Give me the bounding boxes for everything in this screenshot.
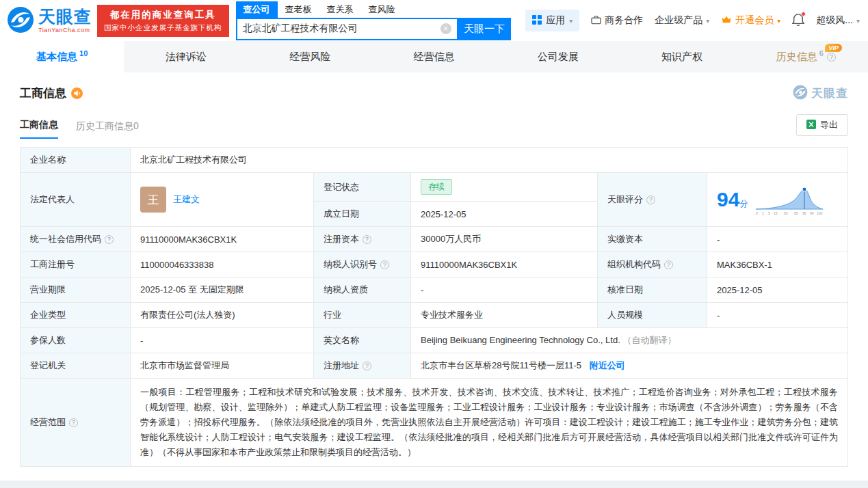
search-tab-company[interactable]: 查公司	[236, 1, 278, 18]
registration-info-table: 企业名称 北京北矿工程技术有限公司 法定代表人 王 王建文 登记状态 存续	[20, 147, 848, 467]
subtab-history-registration-info[interactable]: 历史工商信息0	[76, 120, 139, 139]
tab-legal-proceedings[interactable]: 法律诉讼	[124, 41, 248, 72]
legal-rep-link[interactable]: 王建文	[173, 193, 200, 206]
tab-company-development[interactable]: 公司发展	[496, 41, 620, 72]
business-info-card: 工商信息 天眼查 工商信息 历史工商信息0	[0, 72, 868, 480]
search-tab-boss[interactable]: 查老板	[278, 1, 319, 18]
svg-text:95: 95	[802, 211, 806, 215]
search-button[interactable]: 天眼一下	[458, 18, 511, 40]
help-icon[interactable]	[69, 418, 78, 427]
watermark-logo-icon	[793, 85, 808, 102]
chevron-down-icon	[569, 17, 573, 25]
help-icon[interactable]	[363, 235, 371, 244]
reg-number-label-text: 工商注册号	[30, 259, 75, 269]
business-scope-value: 一般项目：工程管理服务；工程和技术研究和试验发展；技术服务、技术开发、技术咨询、…	[131, 379, 848, 467]
reg-status-value: 存续	[411, 173, 598, 202]
tab-business-info[interactable]: 经营信息	[372, 41, 496, 72]
notifications-bell[interactable]	[792, 13, 804, 29]
table-row: 经营范围 一般项目：工程管理服务；工程和技术研究和试验发展；技术服务、技术开发、…	[21, 379, 848, 467]
registered-address-label: 注册地址	[314, 353, 411, 379]
tab-basic-info-label: 基本信息	[36, 51, 77, 64]
uscc-label-text: 统一社会信用代码	[30, 234, 101, 244]
enterprise-products-label: 企业级产品	[655, 14, 702, 27]
apps-menu[interactable]: 应用	[525, 10, 579, 31]
legal-rep-label: 法定代表人	[21, 173, 131, 227]
top-header: 天眼查 TianYanCha.com 都在用的商业查询工具 国家中小企业发展子基…	[0, 0, 868, 41]
section-title: 工商信息	[20, 85, 66, 101]
table-row: 登记机关 北京市市场监督管理局 注册地址 北京市丰台区草桥28号院11号楼一层1…	[21, 353, 848, 379]
help-icon[interactable]	[646, 195, 655, 204]
vip-badge: VIP	[825, 44, 842, 52]
tianyancha-logo-icon	[7, 6, 34, 36]
nearby-companies-link[interactable]: 附近公司	[590, 360, 625, 370]
apps-grid-icon	[532, 15, 542, 27]
vip-upgrade-menu[interactable]: 开通会员	[721, 14, 780, 27]
business-cooperation-link[interactable]: 商务合作	[591, 14, 643, 27]
user-account-menu[interactable]: 超级风...	[816, 14, 860, 27]
help-icon[interactable]	[105, 235, 114, 244]
score-value-cell[interactable]: 94分 0 1 5 15 50 85	[707, 173, 848, 227]
brand-domain: TianYanCha.com	[38, 27, 92, 33]
registration-authority-label: 登记机关	[21, 353, 131, 379]
search-tabs: 查公司 查老板 查关系 查风险	[236, 1, 511, 18]
org-code-label: 组织机构代码	[598, 252, 707, 277]
svg-text:15: 15	[774, 211, 778, 215]
section-header: 工商信息 天眼查	[20, 85, 848, 102]
score-number: 94	[717, 188, 739, 211]
registered-address-label-text: 注册地址	[324, 360, 359, 370]
export-button[interactable]: 导出	[796, 114, 848, 136]
announcement-icon[interactable]	[71, 87, 83, 99]
svg-text:1: 1	[762, 211, 764, 215]
company-type-label: 企业类型	[21, 303, 131, 328]
english-name-label: 英文名称	[314, 328, 411, 353]
search-bar: 天眼一下	[236, 18, 511, 40]
tab-operational-risk[interactable]: 经营风险	[248, 41, 372, 72]
avatar[interactable]: 王	[140, 187, 166, 213]
help-icon[interactable]	[827, 53, 836, 62]
tab-intellectual-property[interactable]: 知识产权	[620, 41, 744, 72]
help-icon[interactable]	[664, 260, 673, 269]
company-name-value: 北京北矿工程技术有限公司	[131, 148, 848, 173]
subtab-row: 工商信息 历史工商信息0 导出	[20, 114, 848, 139]
brand-name: 天眼查	[38, 8, 92, 25]
apps-label: 应用	[546, 14, 565, 27]
paid-capital-label: 实缴资本	[598, 227, 707, 252]
tab-history-info[interactable]: VIP 历史信息 6	[744, 41, 868, 72]
tab-operational-risk-label: 经营风险	[289, 51, 330, 64]
business-term-label: 营业期限	[21, 277, 131, 303]
help-icon[interactable]	[363, 362, 371, 370]
search-tab-risk[interactable]: 查风险	[361, 1, 403, 18]
tab-legal-proceedings-label: 法律诉讼	[166, 51, 207, 64]
industry-value: 专业技术服务业	[411, 303, 598, 328]
brand-logo[interactable]: 天眼查 TianYanCha.com	[7, 6, 92, 36]
score-label-text: 天眼评分	[607, 194, 643, 204]
score-unit: 分	[739, 199, 748, 208]
reg-capital-label: 注册资本	[314, 227, 411, 252]
help-icon[interactable]	[380, 260, 389, 269]
taxpayer-id-value: 91110000MAK36CBX1K	[411, 252, 598, 277]
table-row: 统一社会信用代码 91110000MAK36CBX1K 注册资本 30000万人…	[21, 227, 848, 252]
paid-capital-label-text: 实缴资本	[607, 234, 643, 244]
svg-text:100: 100	[817, 211, 823, 215]
business-scope-label: 经营范围	[21, 379, 131, 467]
svg-text:0: 0	[756, 211, 758, 215]
search-tab-relation[interactable]: 查关系	[319, 1, 361, 18]
reg-capital-value: 30000万人民币	[411, 227, 598, 252]
table-row: 参保人数 - 英文名称 Beijing Beikuang Engineering…	[21, 328, 848, 353]
reg-number-value: 110000046333838	[131, 252, 314, 277]
svg-text:85: 85	[794, 211, 798, 215]
reg-status-label: 登记状态	[314, 173, 411, 202]
est-date-value: 2025-12-05	[411, 202, 598, 227]
subtab-registration-info[interactable]: 工商信息	[20, 119, 58, 139]
briefcase-icon	[591, 15, 601, 27]
chevron-down-icon	[706, 17, 709, 25]
table-row: 法定代表人 王 王建文 登记状态 存续 天眼评分	[21, 173, 848, 202]
clear-icon[interactable]	[440, 23, 451, 34]
search-input[interactable]	[243, 23, 440, 34]
enterprise-products-menu[interactable]: 企业级产品	[655, 14, 709, 27]
svg-text:99: 99	[810, 211, 814, 215]
tab-basic-info[interactable]: 基本信息 10	[0, 41, 124, 72]
watermark-logo: 天眼查	[793, 85, 848, 102]
watermark-text: 天眼查	[811, 85, 848, 101]
english-name-note: （自动翻译）	[622, 335, 676, 345]
